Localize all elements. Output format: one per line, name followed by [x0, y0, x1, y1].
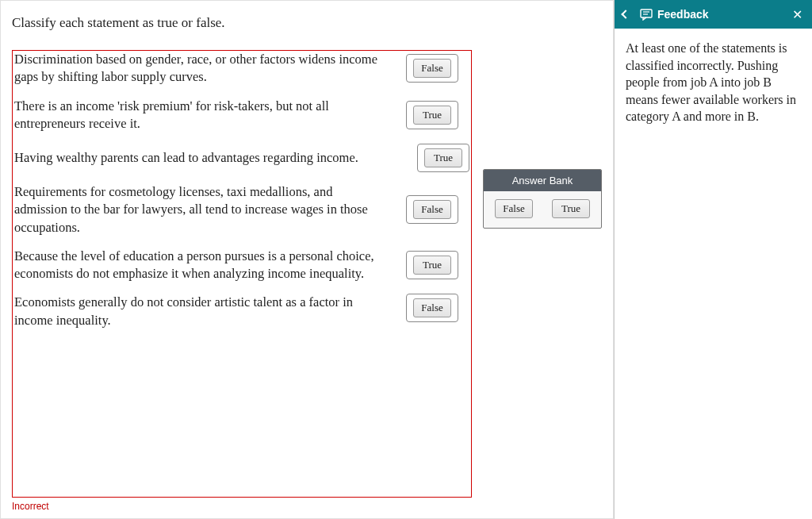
- bank-chip-false[interactable]: False: [495, 199, 533, 218]
- answer-slot[interactable]: True: [417, 144, 469, 172]
- answer-bank-header: Answer Bank: [484, 170, 601, 191]
- bank-chip-true[interactable]: True: [552, 199, 590, 218]
- statement-text: There is an income 'risk premium' for ri…: [14, 98, 395, 133]
- feedback-icon: [640, 9, 653, 21]
- chevron-left-icon[interactable]: [621, 10, 630, 18]
- answer-slot[interactable]: True: [406, 251, 458, 279]
- statement-text: Having wealthy parents can lead to advan…: [14, 149, 395, 167]
- statement-text: Requirements for cosmetology licenses, t…: [14, 183, 395, 236]
- answer-slot[interactable]: False: [406, 195, 458, 224]
- answer-slot[interactable]: False: [406, 54, 458, 83]
- answer-chip[interactable]: False: [413, 298, 451, 317]
- answer-slot[interactable]: False: [406, 294, 458, 322]
- answer-chip[interactable]: False: [413, 200, 451, 219]
- answer-chip[interactable]: False: [413, 59, 451, 78]
- feedback-title: Feedback: [657, 8, 791, 21]
- feedback-header: Feedback ✕: [615, 0, 812, 29]
- statement-row: There is an income 'risk premium' for ri…: [13, 98, 471, 133]
- answer-bank: Answer Bank False True: [483, 169, 602, 229]
- statement-row: Requirements for cosmetology licenses, t…: [13, 183, 471, 236]
- answer-chip[interactable]: True: [413, 106, 451, 125]
- statement-text: Because the level of education a person …: [14, 248, 395, 283]
- question-area: Classify each statement as true or false…: [0, 0, 614, 519]
- statements-drop-zone: Discrimination based on gender, race, or…: [12, 50, 472, 498]
- close-icon[interactable]: ✕: [791, 7, 804, 22]
- feedback-text: At least one of the statements is classi…: [615, 29, 812, 136]
- answer-chip[interactable]: True: [424, 148, 462, 167]
- statement-row: Because the level of education a person …: [13, 248, 471, 283]
- statement-row: Having wealthy parents can lead to advan…: [13, 144, 471, 172]
- statement-row: Discrimination based on gender, race, or…: [13, 51, 471, 86]
- answer-slot[interactable]: True: [406, 101, 458, 129]
- statement-text: Discrimination based on gender, race, or…: [14, 51, 395, 86]
- feedback-panel: Feedback ✕ At least one of the statement…: [614, 0, 812, 519]
- statement-text: Economists generally do not consider art…: [14, 294, 395, 329]
- answer-chip[interactable]: True: [413, 256, 451, 275]
- svg-rect-0: [641, 10, 652, 17]
- instruction-text: Classify each statement as true or false…: [12, 15, 602, 31]
- statement-row: Economists generally do not consider art…: [13, 294, 471, 329]
- status-text: Incorrect: [12, 498, 602, 512]
